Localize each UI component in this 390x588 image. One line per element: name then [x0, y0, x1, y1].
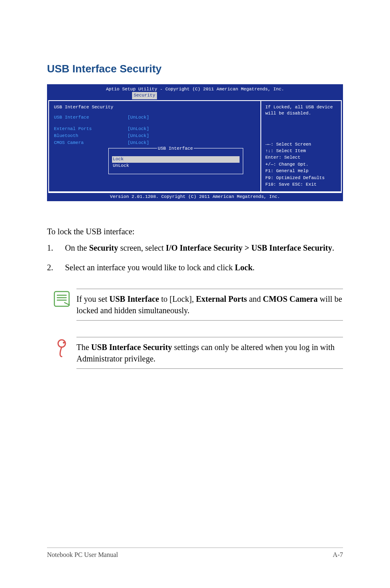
- bios-item-label: USB Interface: [54, 114, 128, 121]
- step-bold: I/O Interface Security > USB Interface S…: [166, 243, 332, 252]
- bios-title-text: Aptio Setup Utility - Copyright (C) 2011…: [106, 87, 284, 92]
- step-bold: Security: [89, 243, 118, 252]
- step-text: .: [332, 243, 334, 252]
- bios-main-panel: USB Interface Security USB Interface [Un…: [48, 100, 261, 193]
- svg-point-2: [63, 341, 65, 343]
- bios-help-text: If Locked, all USB device will be disabl…: [265, 104, 337, 117]
- note-box-1: If you set USB Interface to [Lock], Exte…: [47, 289, 343, 321]
- bios-dialog-title: USB Interface: [157, 146, 194, 152]
- note-bold: External Ports: [196, 294, 247, 303]
- step-bold: Lock: [235, 263, 252, 272]
- bios-key-hint: Enter: Select: [265, 155, 337, 161]
- bios-item-value: [UnLock]: [128, 126, 149, 132]
- bios-key-hint: +/—: Change Opt.: [265, 162, 337, 168]
- bios-item-label: External Ports: [54, 126, 128, 132]
- note-box-2: The USB Interface Security settings can …: [47, 337, 343, 369]
- bios-key-hint: ↑↓: Select Item: [265, 148, 337, 154]
- bios-item-label: Bluetooth: [54, 133, 128, 139]
- bios-footer: Version 2.01.1208. Copyright (C) 2011 Am…: [48, 192, 342, 201]
- note-bold: USB Interface: [110, 294, 159, 303]
- bios-item-value: [UnLock]: [128, 140, 149, 146]
- bios-screenshot: Aptio Setup Utility - Copyright (C) 2011…: [47, 84, 343, 201]
- step-2: 2. Select an interface you would like to…: [47, 262, 343, 273]
- note-text: The: [76, 343, 91, 352]
- step-number: 2.: [47, 262, 65, 273]
- note-text: If you set: [76, 294, 110, 303]
- bios-help-panel: If Locked, all USB device will be disabl…: [261, 100, 342, 193]
- step-number: 1.: [47, 242, 65, 254]
- bios-dialog-option-unlock: UnLock: [112, 163, 240, 169]
- step-text: .: [253, 263, 255, 272]
- bios-title: Aptio Setup Utility - Copyright (C) 2011…: [48, 85, 342, 93]
- note-text: to [Lock],: [159, 294, 196, 303]
- important-icon: [54, 339, 69, 358]
- footer-right: A-7: [333, 550, 343, 559]
- note-icon: [53, 290, 70, 307]
- bios-popup-dialog: USB Interface Lock UnLock: [108, 148, 243, 174]
- note-bold: USB Interface Security: [91, 343, 172, 352]
- note-content: The USB Interface Security settings can …: [76, 337, 343, 369]
- section-heading: USB Interface Security: [47, 61, 343, 76]
- bios-screen-title: USB Interface Security: [54, 104, 256, 110]
- note-content: If you set USB Interface to [Lock], Exte…: [76, 289, 343, 321]
- bios-item-value: [UnLock]: [128, 133, 149, 139]
- step-text: Select an interface you would like to lo…: [65, 263, 235, 272]
- step-1: 1. On the Security screen, select I/O In…: [47, 242, 343, 254]
- bios-dialog-option-lock: Lock: [112, 156, 240, 162]
- bios-key-hints: →←: Select Screen ↑↓: Select Item Enter:…: [265, 141, 337, 188]
- note-text: and: [247, 294, 263, 303]
- bios-key-hint: →←: Select Screen: [265, 141, 337, 148]
- intro-text: To lock the USB interface:: [47, 226, 343, 237]
- step-text: screen, select: [118, 243, 166, 252]
- bios-tab-security: Security: [132, 92, 157, 99]
- note-bold: CMOS Camera: [263, 294, 318, 303]
- svg-point-1: [58, 340, 65, 347]
- step-text: On the: [65, 243, 89, 252]
- footer-left: Notebook PC User Manual: [47, 550, 118, 559]
- page-footer: Notebook PC User Manual A-7: [47, 548, 343, 559]
- bios-item-label: CMOS Camera: [54, 140, 128, 146]
- bios-item-value: [UnLock]: [128, 114, 149, 121]
- bios-key-hint: F10: Save ESC: Exit: [265, 182, 337, 188]
- bios-key-hint: F1: General Help: [265, 168, 337, 174]
- bios-key-hint: F9: Optimized Defaults: [265, 175, 337, 181]
